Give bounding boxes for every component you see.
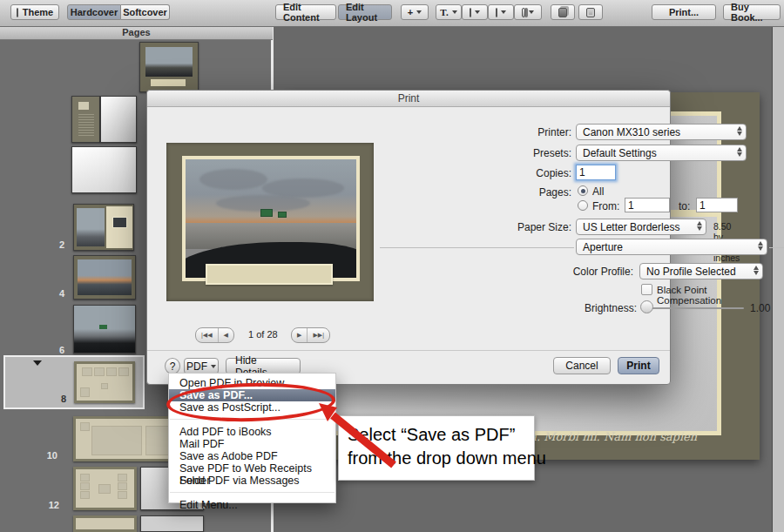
stepper-icon: [737, 126, 742, 136]
pages-to-input[interactable]: [696, 198, 738, 212]
stepper-icon: [737, 147, 742, 157]
preview-nav-forward-group: ▶ ▶▶|: [291, 327, 330, 343]
brightness-slider-track[interactable]: [646, 307, 744, 309]
presets-select[interactable]: Default Settings: [576, 145, 747, 161]
nav-position-text: 1 of 28: [248, 329, 278, 340]
menu-item-send-pdf-via-messages[interactable]: Send PDF via Messages: [169, 475, 335, 487]
pages-to-label: to:: [679, 200, 690, 212]
pages-label: Pages:: [478, 186, 571, 199]
hardcover-label: Hardcover: [71, 7, 118, 17]
color-profile-label: Color Profile:: [548, 266, 633, 278]
prev-page-button[interactable]: ◀: [218, 328, 233, 342]
pages-tool-button[interactable]: [514, 4, 542, 20]
canvas-scrollbar[interactable]: [772, 27, 784, 532]
photo-box-tool-button[interactable]: [462, 4, 488, 20]
pages-from-label: From:: [592, 200, 619, 212]
paper-size-value: US Letter Borderless: [583, 221, 679, 233]
menu-separator: [170, 492, 335, 493]
thumb-photo: [145, 47, 193, 77]
show-photos-button[interactable]: [551, 4, 575, 20]
pages-all-label: All: [592, 185, 604, 198]
pages-all-radio[interactable]: [578, 185, 588, 196]
add-page-button[interactable]: +: [401, 4, 429, 20]
page-thumbnail[interactable]: [100, 96, 137, 143]
stepper-icon: [754, 266, 759, 275]
page-thumbnail[interactable]: [73, 467, 137, 510]
menu-item-save-as-adobe-pdf[interactable]: Save as Adobe PDF: [169, 450, 335, 462]
edit-content-label: Edit Content: [283, 2, 328, 23]
page-thumbnail[interactable]: [73, 255, 136, 300]
annotation-line-2: from the drop down menu: [348, 447, 525, 470]
photo-highway-sign: [260, 209, 273, 217]
color-profile-select[interactable]: No Profile Selected: [639, 263, 763, 279]
page-thumbnail[interactable]: [73, 305, 136, 354]
menu-item-edit-menu[interactable]: Edit Menu...: [169, 499, 335, 511]
thumb-caption: [151, 79, 186, 86]
pages-panel-title: Pages: [122, 27, 150, 37]
stepper-icon: [697, 221, 702, 231]
photo-stack-icon: [558, 8, 567, 17]
settings-pane-value: Aperture: [583, 241, 623, 253]
page-number: 12: [45, 500, 59, 510]
thumb-photo: [78, 259, 132, 295]
page-thumbnail[interactable]: [71, 146, 137, 193]
map-tool-button[interactable]: [488, 4, 514, 20]
printer-label: Printer:: [478, 126, 571, 138]
presets-label: Presets:: [478, 147, 571, 159]
page-thumbnail[interactable]: [73, 204, 134, 251]
gradient-box-icon: [496, 8, 497, 17]
softcover-button[interactable]: Softcover: [121, 4, 170, 20]
chevron-down-icon: [529, 10, 534, 14]
photo-box-icon: [470, 8, 471, 17]
page-popup-arrow-icon[interactable]: [33, 360, 42, 366]
menu-item-add-pdf-to-ibooks[interactable]: Add PDF to iBooks: [169, 426, 335, 438]
settings-pane-select[interactable]: Aperture: [576, 239, 767, 255]
separator: [147, 350, 670, 351]
printer-select[interactable]: Canon MX310 series: [576, 124, 747, 140]
menu-item-mail-pdf[interactable]: Mail PDF: [169, 438, 335, 450]
buy-book-button[interactable]: Buy Book...: [723, 4, 781, 20]
cancel-button[interactable]: Cancel: [553, 357, 611, 374]
print-button[interactable]: Print: [618, 357, 659, 374]
pages-stack-icon: [586, 8, 595, 17]
theme-button-label: Theme: [23, 7, 53, 17]
pages-from-input[interactable]: [625, 198, 670, 212]
page-number: 6: [51, 345, 64, 355]
annotation-callout: Select “Save as PDF” from the drop down …: [338, 415, 535, 481]
black-point-checkbox[interactable]: [641, 284, 652, 295]
buy-book-label: Buy Book...: [731, 2, 773, 23]
brightness-slider-knob[interactable]: [640, 300, 653, 313]
page-thumbnail-selected[interactable]: [74, 361, 135, 403]
first-page-button[interactable]: |◀◀: [196, 328, 218, 342]
paper-size-label: Paper Size:: [478, 221, 571, 233]
page-thumbnail[interactable]: [71, 96, 100, 143]
help-icon: ?: [170, 360, 176, 373]
menu-item-save-pdf-to-web-receipts[interactable]: Save PDF to Web Receipts Folder: [169, 462, 335, 475]
print-preview: [166, 143, 374, 301]
chevron-down-icon: [416, 10, 422, 14]
separator: [380, 247, 574, 248]
theme-button[interactable]: Theme: [10, 4, 59, 20]
selected-page-row[interactable]: 8: [3, 355, 145, 409]
hardcover-button[interactable]: Hardcover: [67, 4, 121, 20]
edit-layout-button[interactable]: Edit Layout: [338, 4, 392, 20]
page-thumbnail[interactable]: [140, 515, 204, 532]
page-thumbnail[interactable]: [73, 515, 137, 532]
chevron-down-icon: [211, 365, 216, 368]
app-window: Theme Hardcover Softcover Edit Content E…: [0, 0, 784, 532]
show-pages-button[interactable]: [578, 4, 603, 20]
presets-value: Default Settings: [583, 147, 657, 159]
copies-input[interactable]: [576, 165, 616, 180]
last-page-button[interactable]: ▶▶|: [307, 328, 329, 342]
chevron-down-icon: [452, 10, 457, 14]
chevron-down-icon: [475, 10, 480, 14]
edit-content-button[interactable]: Edit Content: [275, 4, 336, 20]
print-toolbar-button[interactable]: Print...: [652, 4, 716, 20]
paper-size-select[interactable]: US Letter Borderless: [576, 219, 706, 235]
thumb-photo: [77, 208, 105, 246]
text-tool-button[interactable]: T.: [436, 4, 462, 20]
page-thumbnail-cover[interactable]: [139, 42, 199, 92]
pages-from-radio[interactable]: [578, 200, 588, 211]
print-dialog: Print Printer: Canon MX310 series Preset…: [146, 90, 671, 385]
next-page-button[interactable]: ▶: [292, 328, 307, 342]
